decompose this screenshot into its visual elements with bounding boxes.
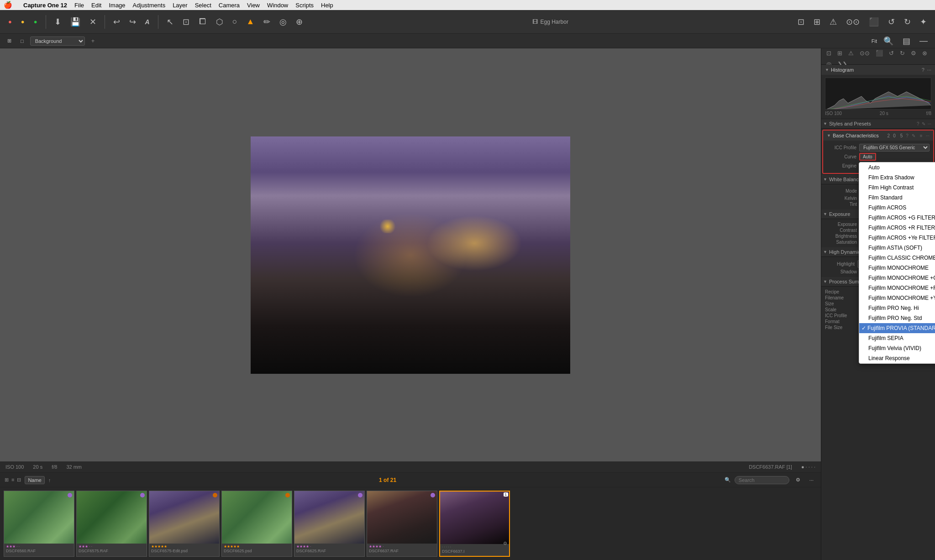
- traffic-light-max[interactable]: ●: [31, 16, 40, 27]
- list-item[interactable]: ★★★ · · DSCF6560.RAF: [4, 491, 74, 557]
- list-icon[interactable]: ≡: [11, 477, 14, 483]
- curve-dropdown-btn[interactable]: Auto: [859, 153, 876, 161]
- dropdown-item-fujifilm-provia[interactable]: Fujifilm PROVIA (STANDARD): [859, 323, 935, 333]
- dropdown-item-film-extra-shadow[interactable]: Film Extra Shadow: [859, 173, 935, 183]
- refresh2-btn[interactable]: ↻: [901, 15, 914, 29]
- sort-arrow[interactable]: ↑: [48, 477, 51, 483]
- straighten-tool[interactable]: ⧠: [196, 15, 210, 28]
- apple-menu[interactable]: 🍎: [4, 1, 12, 9]
- dropdown-item-film-standard[interactable]: Film Standard: [859, 193, 935, 203]
- heal-tool[interactable]: ⊕: [293, 15, 305, 29]
- gradient-tool[interactable]: ▲: [244, 15, 257, 28]
- grid-btn[interactable]: ⊞: [811, 15, 823, 29]
- refresh-btn[interactable]: ↺: [885, 15, 898, 29]
- menu-layer[interactable]: Layer: [173, 2, 188, 9]
- menu-app-name[interactable]: Capture One 12: [23, 2, 67, 9]
- view-mode-btn[interactable]: □: [18, 37, 26, 46]
- add-layer-btn[interactable]: +: [89, 36, 98, 46]
- dropdown-item-fujifilm-velvia[interactable]: Fujifilm Velvia (VIVID): [859, 343, 935, 353]
- zoom-btn[interactable]: 🔍: [881, 34, 896, 48]
- menu-select[interactable]: Select: [195, 2, 211, 9]
- panel-icon-9[interactable]: ⊗: [920, 48, 930, 58]
- panel-icon-1[interactable]: ⊡: [824, 48, 834, 58]
- crop-tool[interactable]: ⊡: [180, 15, 192, 29]
- panel-icon-5-active[interactable]: ⬛: [873, 48, 885, 58]
- dropdown-item-fujifilm-classic-chrome[interactable]: Fujifilm CLASSIC CHROME: [859, 253, 935, 263]
- histogram-help-icon[interactable]: ?: [922, 67, 924, 73]
- menu-image[interactable]: Image: [109, 2, 125, 9]
- histogram-header[interactable]: ▼ Histogram ? ···: [821, 65, 935, 75]
- panel-icon-8[interactable]: ⚙: [909, 48, 919, 58]
- menu-window[interactable]: Window: [267, 2, 288, 9]
- dropdown-item-fujifilm-mono-r[interactable]: Fujifilm MONOCHROME +R FILTER: [859, 283, 935, 293]
- grid-icon[interactable]: ⊞: [5, 477, 9, 483]
- filmstrip-settings-btn[interactable]: ⚙: [793, 475, 803, 485]
- menu-help[interactable]: Help: [321, 2, 333, 9]
- dropdown-item-fujifilm-acros-ye[interactable]: Fujifilm ACROS +Ye FILTER: [859, 233, 935, 243]
- dropdown-item-fujifilm-astia[interactable]: Fujifilm ASTIA (SOFT): [859, 243, 935, 253]
- menu-edit[interactable]: Edit: [91, 2, 101, 9]
- styles-section-header[interactable]: ▼ Styles and Presets ? ✎ ···: [821, 119, 935, 129]
- undo-btn[interactable]: ↩: [110, 15, 123, 29]
- keystone-tool[interactable]: ⬡: [213, 15, 226, 29]
- panel-icon-6[interactable]: ↺: [887, 48, 896, 58]
- traffic-light-min[interactable]: ●: [18, 16, 27, 27]
- layer-select[interactable]: Background: [30, 37, 85, 46]
- list-item[interactable]: ★★★ · · DSCF6575.RAF: [76, 491, 147, 557]
- list-item[interactable]: ★★★★★ DSCF6625.psd: [221, 491, 292, 557]
- redo-btn[interactable]: ↪: [126, 15, 139, 29]
- info-btn[interactable]: —: [917, 34, 930, 47]
- dropdown-item-fujifilm-acros[interactable]: Fujifilm ACROS: [859, 203, 935, 213]
- map-btn[interactable]: ▤: [900, 34, 913, 48]
- close-btn[interactable]: ✕: [87, 15, 99, 29]
- list-item[interactable]: ★★★★ · DSCF6637.RAF: [367, 491, 437, 557]
- filmstrip-more-btn[interactable]: ···: [807, 476, 816, 485]
- base-char-help-icon[interactable]: ?: [906, 133, 909, 138]
- clone-tool[interactable]: ◎: [277, 15, 289, 29]
- panel-icon-4[interactable]: ⊙⊙: [857, 48, 872, 58]
- cursor-tool[interactable]: ↖: [164, 15, 176, 29]
- dropdown-item-fujifilm-mono-ye[interactable]: Fujifilm MONOCHROME +Ye FILTER: [859, 293, 935, 303]
- dropdown-item-fujifilm-acros-r[interactable]: Fujifilm ACROS +R FILTER: [859, 223, 935, 233]
- icc-profile-select[interactable]: Fujifilm GFX 50S Generic: [859, 144, 930, 152]
- circle-tool[interactable]: ○: [230, 15, 240, 28]
- menu-view[interactable]: View: [247, 2, 260, 9]
- thumb-gear-icon[interactable]: ⚙: [503, 540, 507, 546]
- base-char-edit-icon[interactable]: ✎: [912, 133, 915, 138]
- traffic-light-close[interactable]: ●: [5, 16, 15, 27]
- styles-help-icon[interactable]: ?: [917, 121, 919, 126]
- panel-icon-2[interactable]: ⊞: [835, 48, 845, 58]
- dropdown-item-fujifilm-monochrome[interactable]: Fujifilm MONOCHROME: [859, 263, 935, 273]
- import-btn[interactable]: ⬇: [52, 15, 64, 29]
- list-item[interactable]: ★★★★ · DSCF6625.RAF: [294, 491, 365, 557]
- histogram-more-icon[interactable]: ···: [927, 67, 931, 73]
- filmstrip-icon[interactable]: ⊟: [17, 477, 21, 483]
- panel-icon-3[interactable]: ⚠: [846, 48, 856, 58]
- styles-edit-icon[interactable]: ✎: [922, 121, 925, 126]
- dropdown-item-fujifilm-mono-g[interactable]: Fujifilm MONOCHROME +G FILTER: [859, 273, 935, 283]
- dropdown-item-fujifilm-acros-g[interactable]: Fujifilm ACROS +G FILTER: [859, 213, 935, 223]
- menu-adjustments[interactable]: Adjustments: [133, 2, 166, 9]
- dropdown-item-fujifilm-pro-neg-std[interactable]: Fujifilm PRO Neg. Std: [859, 313, 935, 323]
- panel-toggle[interactable]: ⊞: [5, 36, 14, 46]
- filmstrip-search[interactable]: [735, 476, 789, 484]
- save-btn[interactable]: 💾: [68, 15, 83, 29]
- warning-btn[interactable]: ⚠: [827, 15, 840, 29]
- dropdown-item-linear-response[interactable]: Linear Response: [859, 353, 935, 363]
- glasses-btn[interactable]: ⊙⊙: [843, 15, 862, 29]
- base-char-list-icon[interactable]: ≡: [920, 133, 923, 138]
- settings-btn[interactable]: ✦: [917, 15, 930, 29]
- base-char-more-icon[interactable]: ···: [926, 133, 930, 138]
- styles-more-icon[interactable]: ···: [928, 121, 931, 126]
- dropdown-item-fujifilm-pro-neg-hi[interactable]: Fujifilm PRO Neg. Hi: [859, 303, 935, 313]
- sort-label[interactable]: Name: [25, 476, 44, 484]
- menu-camera[interactable]: Camera: [219, 2, 240, 9]
- dropdown-item-fujifilm-sepia[interactable]: Fujifilm SEPIA: [859, 333, 935, 343]
- panel-icon-7[interactable]: ↻: [898, 48, 907, 58]
- dropdown-item-auto[interactable]: Auto: [859, 162, 935, 173]
- base-char-header[interactable]: ▼ Base Characteristics 2 0 5 ? ✎ ≡ ···: [823, 131, 933, 141]
- export-btn[interactable]: ⬛: [866, 15, 882, 29]
- brush-tool[interactable]: ✏: [261, 15, 273, 29]
- text-btn[interactable]: A: [142, 16, 152, 27]
- viewer-btn[interactable]: ⊡: [795, 15, 807, 29]
